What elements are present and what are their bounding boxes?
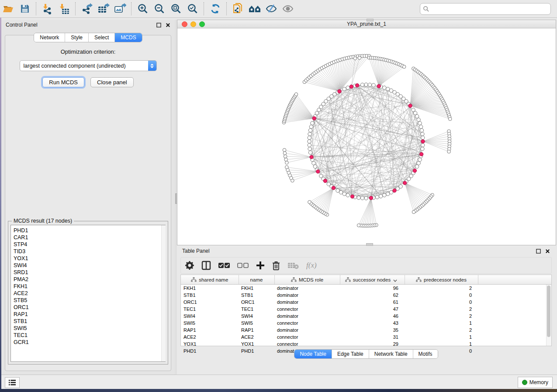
mcds-result-item[interactable]: PMA2 [14, 276, 165, 283]
table-cell[interactable]: RAP1 [181, 327, 239, 334]
table-row[interactable]: SWI4SWI4dominator462 [181, 313, 551, 320]
mcds-node[interactable] [312, 117, 316, 120]
network-node[interactable] [415, 114, 419, 118]
network-leaf-node[interactable] [284, 155, 287, 158]
neighbors-icon[interactable] [247, 2, 262, 16]
mcds-node[interactable] [323, 179, 327, 182]
zoom-selected-icon[interactable] [185, 2, 200, 16]
table-cell[interactable]: connector [274, 320, 340, 327]
add-icon[interactable] [256, 261, 265, 270]
table-row[interactable]: SWI5SWI5connector431 [181, 320, 551, 327]
table-cell[interactable]: 1 [405, 340, 478, 347]
mcds-node[interactable] [355, 83, 359, 87]
network-node[interactable] [417, 118, 420, 121]
search-box[interactable] [420, 3, 551, 15]
network-node[interactable] [364, 83, 368, 86]
network-node[interactable] [313, 165, 317, 168]
network-node[interactable] [346, 86, 349, 89]
network-node[interactable] [418, 158, 422, 162]
hide-panel-icon[interactable] [264, 2, 279, 16]
network-node[interactable] [360, 196, 364, 200]
network-leaf-node[interactable] [284, 158, 288, 162]
network-leaf-node[interactable] [294, 93, 298, 96]
mcds-result-item[interactable]: STB5 [14, 297, 165, 304]
zoom-out-icon[interactable] [152, 2, 167, 16]
table-cell[interactable]: connector [274, 306, 340, 313]
close-panel-icon[interactable] [166, 23, 170, 28]
mcds-node[interactable] [421, 140, 425, 143]
table-cell[interactable]: SWI5 [181, 320, 239, 327]
mcds-node[interactable] [393, 189, 396, 192]
mcds-result-item[interactable]: ORC1 [14, 304, 165, 311]
table-cell[interactable]: dominator [274, 313, 340, 320]
network-node[interactable] [417, 162, 420, 165]
network-node[interactable] [375, 195, 379, 199]
mcds-result-item[interactable]: YOX1 [14, 255, 165, 262]
network-node[interactable] [308, 143, 311, 147]
table-cell[interactable]: 62 [340, 292, 405, 299]
table-cell[interactable]: ORC1 [239, 299, 274, 306]
network-node[interactable] [383, 86, 386, 89]
network-node[interactable] [308, 151, 312, 154]
column-header-successor-nodes[interactable]: successor nodes [340, 275, 405, 285]
task-history-button[interactable] [5, 377, 20, 388]
mcds-node[interactable] [316, 170, 320, 173]
network-node[interactable] [309, 125, 313, 128]
run-mcds-button[interactable]: Run MCDS [42, 77, 84, 87]
table-cell[interactable]: YOX1 [239, 340, 274, 347]
refresh-icon[interactable] [208, 2, 223, 16]
table-cell[interactable]: connector [274, 334, 340, 340]
tab-edge-table[interactable]: Edge Table [332, 350, 369, 358]
table-cell[interactable]: 61 [340, 299, 405, 306]
network-node[interactable] [420, 128, 423, 132]
open-folder-icon[interactable] [1, 2, 16, 16]
table-cell[interactable]: 31 [340, 334, 405, 340]
network-node[interactable] [372, 83, 375, 87]
tab-node-table[interactable]: Node Table [294, 350, 332, 358]
table-cell[interactable]: 47 [340, 306, 405, 313]
network-leaf-node[interactable] [448, 117, 452, 121]
table-cell[interactable]: dominator [274, 327, 340, 334]
network-node[interactable] [368, 83, 371, 86]
table-row[interactable]: ORC1ORC1dominator610 [181, 299, 551, 306]
network-leaf-node[interactable] [285, 165, 289, 169]
close-panel-button[interactable]: Close panel [90, 77, 134, 87]
import-network-icon[interactable] [40, 2, 55, 16]
memory-button[interactable]: Memory [518, 377, 553, 388]
table-cell[interactable]: 1 [405, 334, 478, 340]
network-node[interactable] [364, 196, 368, 200]
network-node[interactable] [311, 121, 314, 125]
network-leaf-node[interactable] [402, 65, 406, 69]
network-graph[interactable] [177, 28, 555, 245]
network-node[interactable] [386, 192, 390, 196]
network-node[interactable] [319, 174, 323, 178]
network-canvas[interactable] [177, 28, 556, 245]
columns-icon[interactable] [201, 261, 211, 270]
delete-table-icon[interactable] [287, 261, 299, 269]
mcds-result-item[interactable]: CAR1 [14, 234, 165, 241]
mcds-result-item[interactable]: TID3 [14, 248, 165, 255]
table-cell[interactable]: FKH1 [181, 285, 239, 292]
float-panel-icon[interactable] [156, 23, 161, 28]
column-header-shared-name[interactable]: shared name [181, 275, 239, 285]
table-cell[interactable]: 0 [405, 299, 478, 306]
mcds-list-scrollbar[interactable] [161, 225, 166, 361]
zoom-fit-icon[interactable] [169, 2, 183, 16]
mcds-result-item[interactable]: TEC1 [14, 332, 165, 339]
table-cell[interactable]: dominator [274, 285, 340, 292]
network-node[interactable] [308, 132, 311, 136]
table-cell[interactable]: SWI5 [239, 320, 274, 327]
network-node[interactable] [419, 125, 422, 128]
network-node[interactable] [308, 128, 312, 132]
network-node[interactable] [336, 189, 339, 192]
mcds-result-item[interactable]: PHD1 [14, 227, 165, 234]
mcds-node[interactable] [413, 169, 416, 172]
mcds-result-item[interactable]: STP4 [14, 241, 165, 248]
mcds-result-list[interactable]: PHD1CAR1STP4TID3YOX1SWI4SRD1PMA2FKH1ACE2… [10, 225, 166, 362]
network-leaf-node[interactable] [358, 56, 361, 60]
network-leaf-node[interactable] [283, 151, 287, 155]
mcds-result-item[interactable]: FKH1 [14, 283, 165, 290]
delete-icon[interactable] [272, 261, 280, 270]
gear-icon[interactable] [185, 261, 194, 270]
table-cell[interactable]: ACE2 [239, 334, 274, 340]
